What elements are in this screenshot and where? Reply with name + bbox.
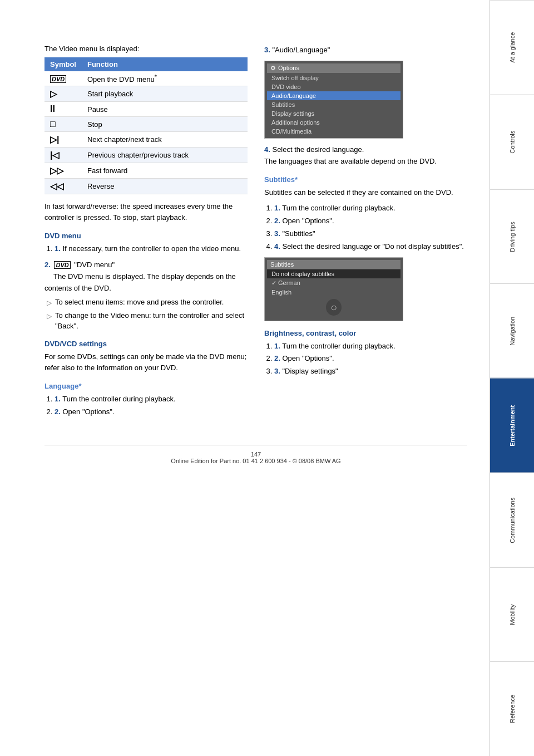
list-item: 2. Open "Options". <box>55 406 248 418</box>
subtitles-body: Subtitles can be selected if they are co… <box>264 187 467 199</box>
function-cell: Stop <box>82 117 248 132</box>
sidebar-tab-controls[interactable]: Controls <box>490 95 534 189</box>
table-row: ▷Start playback <box>44 86 248 102</box>
footer-text: Online Edition for Part no. 01 41 2 600 … <box>171 458 340 464</box>
options-title: ⚙ Options <box>267 63 400 73</box>
col-symbol: Symbol <box>44 57 82 71</box>
function-cell: Reverse <box>82 179 248 194</box>
symbol-cell: ▷| <box>44 132 82 148</box>
list-item: 3. "Display settings" <box>274 366 467 377</box>
table-row: ◁◁Reverse <box>44 179 248 194</box>
right-sidebar: At a glance Controls Driving tips Naviga… <box>490 0 534 756</box>
list-item: 2. Open "Options". <box>274 353 467 365</box>
left-column: The Video menu is displayed: Symbol Func… <box>44 45 248 423</box>
screen-menu-item: CD/Multimedia <box>267 127 400 136</box>
symbol-cell: II <box>44 102 82 117</box>
intro-text: The Video menu is displayed: <box>44 45 248 53</box>
list-item: 1. Turn the controller during playback. <box>274 203 467 214</box>
arrow-icon: ▷ <box>47 311 52 332</box>
sidebar-tab-at-a-glance[interactable]: At a glance <box>490 0 534 95</box>
options-screenshot: ⚙ Options Switch off displayDVD videoAud… <box>264 61 403 139</box>
sidebar-tab-entertainment[interactable]: Entertainment <box>490 378 534 473</box>
sidebar-tab-driving-tips[interactable]: Driving tips <box>490 189 534 284</box>
arrow-icon: ▷ <box>47 298 52 308</box>
bullet-change-menu: ▷ To change to the Video menu: turn the … <box>44 310 248 332</box>
step2-dvd: 2. DVD "DVD menu" The DVD menu is displa… <box>44 259 248 294</box>
function-cell: Pause <box>82 102 248 117</box>
screen-menu-item: Subtitles <box>267 100 400 109</box>
table-row: DVDOpen the DVD menu* <box>44 71 248 86</box>
list-item: 2. Open "Options". <box>274 215 467 227</box>
controller-icon-area: ○ <box>267 297 400 318</box>
table-row: |◁Previous chapter/previous track <box>44 148 248 163</box>
list-item: 3. "Subtitles" <box>274 228 467 240</box>
table-row: IIPause <box>44 102 248 117</box>
dvd-menu-steps: 1. If necessary, turn the controller to … <box>44 243 248 331</box>
sidebar-tab-navigation[interactable]: Navigation <box>490 283 534 378</box>
screen-menu-item: Audio/Language <box>267 91 400 100</box>
col-function: Function <box>82 57 248 71</box>
page-footer: 147 Online Edition for Part no. 01 41 2 … <box>44 445 467 464</box>
list-item: 1. If necessary, turn the controller to … <box>55 243 248 255</box>
symbol-cell: □ <box>44 117 82 132</box>
screen-menu-item: Display settings <box>267 109 400 118</box>
page-number: 147 <box>251 451 261 458</box>
symbol-cell: DVD <box>44 71 82 86</box>
page-container: The Video menu is displayed: Symbol Func… <box>0 0 534 756</box>
list-item: 4. Select the desired language or "Do no… <box>274 241 467 253</box>
dvd-menu-heading: DVD menu <box>44 232 248 240</box>
table-header-row: Symbol Function <box>44 57 248 71</box>
language-heading: Language* <box>44 382 248 390</box>
sidebar-tab-communications[interactable]: Communications <box>490 473 534 567</box>
symbol-cell: ▷ <box>44 86 82 102</box>
brightness-heading: Brightness, contrast, color <box>264 329 467 337</box>
function-cell: Previous chapter/previous track <box>82 148 248 163</box>
screen-menu-item: Additional options <box>267 118 400 127</box>
table-row: ▷|Next chapter/next track <box>44 132 248 148</box>
screen-menu-item: ✓ German <box>267 278 400 288</box>
function-cell: Fast forward <box>82 163 248 179</box>
controller-icon: ○ <box>326 299 342 316</box>
screen-menu-item: English <box>267 288 400 297</box>
function-cell: Start playback <box>82 86 248 102</box>
function-cell: Next chapter/next track <box>82 132 248 148</box>
dvd-icon: DVD <box>54 261 70 269</box>
subtitles-screen-title: Subtitles <box>267 260 400 269</box>
right-column: 3. "Audio/Language" ⚙ Options Switch off… <box>264 45 467 423</box>
dvd-vcd-heading: DVD/VCD settings <box>44 340 248 348</box>
screen-menu-item: Do not display subtitles <box>267 269 400 278</box>
audio-note: The languages that are available depend … <box>264 156 467 168</box>
screen-menu-item: DVD video <box>267 82 400 91</box>
table-row: □Stop <box>44 117 248 132</box>
subtitles-menu: Do not display subtitles✓ GermanEnglish <box>267 269 400 297</box>
main-content: The Video menu is displayed: Symbol Func… <box>0 0 490 756</box>
fast-forward-note: In fast forward/reverse: the speed incre… <box>44 201 248 223</box>
sidebar-tab-reference[interactable]: Reference <box>490 661 534 756</box>
two-column-layout: The Video menu is displayed: Symbol Func… <box>44 45 467 423</box>
sidebar-tab-mobility[interactable]: Mobility <box>490 567 534 662</box>
function-cell: Open the DVD menu* <box>82 71 248 86</box>
table-row: ▷▷Fast forward <box>44 163 248 179</box>
dvd-vcd-body: For some DVDs, settings can only be made… <box>44 351 248 375</box>
bullet-select-items: ▷ To select menu items: move and press t… <box>44 297 248 308</box>
list-item: 1. Turn the controller during playback. <box>55 394 248 405</box>
symbol-cell: |◁ <box>44 148 82 163</box>
symbol-table: Symbol Function DVDOpen the DVD menu*▷St… <box>44 57 248 194</box>
symbol-cell: ▷▷ <box>44 163 82 179</box>
subtitles-screenshot: Subtitles Do not display subtitles✓ Germ… <box>264 257 403 321</box>
step3-audio: 3. "Audio/Language" <box>264 45 467 56</box>
options-menu: Switch off displayDVD videoAudio/Languag… <box>267 73 400 136</box>
symbol-cell: ◁◁ <box>44 179 82 194</box>
screen-menu-item: Switch off display <box>267 73 400 82</box>
list-item: 1. Turn the controller during playback. <box>274 341 467 352</box>
subtitles-heading: Subtitles* <box>264 175 467 184</box>
table-body: DVDOpen the DVD menu*▷Start playbackIIPa… <box>44 71 248 194</box>
step4-audio: 4. Select the desired language. <box>264 145 467 154</box>
